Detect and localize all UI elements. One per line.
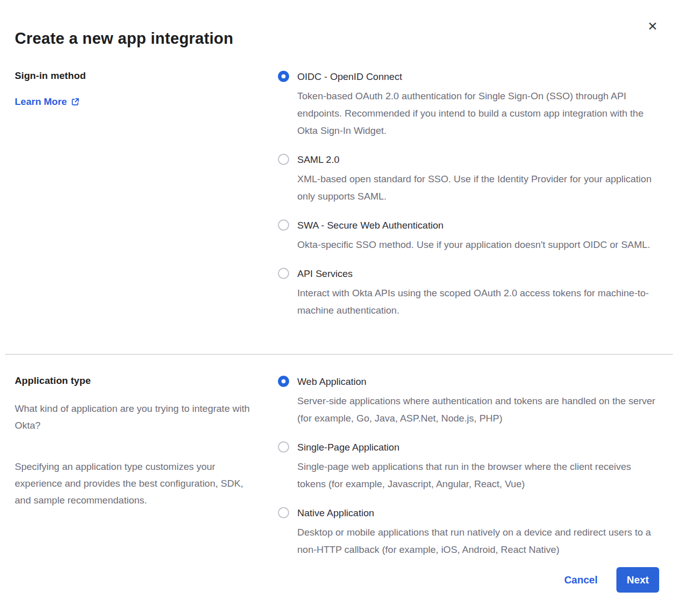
option-oidc: OIDC - OpenID Connect Token-based OAuth … bbox=[278, 70, 659, 139]
option-swa-label[interactable]: SWA - Secure Web Authentication bbox=[297, 219, 443, 232]
option-native-application: Native Application Desktop or mobile app… bbox=[278, 507, 659, 558]
modal-footer: Cancel Next bbox=[564, 567, 659, 593]
signin-method-options: OIDC - OpenID Connect Token-based OAuth … bbox=[278, 70, 659, 319]
option-oidc-label[interactable]: OIDC - OpenID Connect bbox=[297, 70, 402, 83]
option-spa-description: Single-page web applications that run in… bbox=[297, 458, 659, 493]
option-spa: Single-Page Application Single-page web … bbox=[278, 441, 659, 493]
page-title: Create a new app integration bbox=[15, 0, 659, 48]
radio-swa[interactable] bbox=[278, 219, 289, 231]
radio-saml[interactable] bbox=[278, 154, 289, 165]
close-icon[interactable]: ✕ bbox=[644, 18, 661, 35]
create-app-integration-modal: ✕ Create a new app integration Sign-in m… bbox=[0, 0, 678, 616]
cancel-button[interactable]: Cancel bbox=[564, 574, 598, 586]
option-api-services-label[interactable]: API Services bbox=[297, 267, 353, 280]
radio-oidc[interactable] bbox=[278, 71, 289, 82]
radio-api-services[interactable] bbox=[278, 268, 289, 279]
learn-more-label: Learn More bbox=[15, 96, 67, 107]
option-native-application-label[interactable]: Native Application bbox=[297, 507, 374, 519]
application-type-options: Web Application Server-side applications… bbox=[278, 375, 659, 558]
option-native-application-description: Desktop or mobile applications that run … bbox=[297, 524, 659, 558]
option-saml: SAML 2.0 XML-based open standard for SSO… bbox=[278, 153, 659, 205]
option-saml-description: XML-based open standard for SSO. Use if … bbox=[297, 171, 659, 205]
option-api-services: API Services Interact with Okta APIs usi… bbox=[278, 267, 659, 319]
option-swa: SWA - Secure Web Authentication Okta-spe… bbox=[278, 219, 659, 254]
option-oidc-description: Token-based OAuth 2.0 authentication for… bbox=[297, 88, 659, 139]
option-web-application-description: Server-side applications where authentic… bbox=[297, 393, 659, 427]
option-web-application: Web Application Server-side applications… bbox=[278, 375, 659, 427]
application-type-section: Application type What kind of applicatio… bbox=[15, 375, 659, 558]
option-swa-description: Okta-specific SSO method. Use if your ap… bbox=[297, 236, 650, 254]
option-spa-label[interactable]: Single-Page Application bbox=[297, 441, 400, 454]
application-type-left-column: Application type What kind of applicatio… bbox=[15, 375, 278, 558]
radio-native-application[interactable] bbox=[278, 507, 289, 518]
option-api-services-description: Interact with Okta APIs using the scoped… bbox=[297, 285, 659, 319]
radio-spa[interactable] bbox=[278, 441, 289, 453]
application-type-intro-2: Specifying an application type customize… bbox=[15, 458, 259, 509]
learn-more-link[interactable]: Learn More bbox=[15, 96, 79, 107]
next-button[interactable]: Next bbox=[616, 567, 659, 593]
option-web-application-label[interactable]: Web Application bbox=[297, 375, 366, 388]
signin-method-heading: Sign-in method bbox=[15, 70, 263, 81]
section-divider bbox=[5, 354, 673, 355]
signin-method-left-column: Sign-in method Learn More bbox=[15, 70, 278, 319]
signin-method-section: Sign-in method Learn More OIDC - OpenID … bbox=[15, 70, 659, 319]
radio-web-application[interactable] bbox=[278, 376, 289, 387]
application-type-intro-1: What kind of application are you trying … bbox=[15, 400, 259, 434]
option-saml-label[interactable]: SAML 2.0 bbox=[297, 153, 340, 166]
external-link-icon bbox=[71, 98, 79, 106]
application-type-heading: Application type bbox=[15, 375, 263, 386]
